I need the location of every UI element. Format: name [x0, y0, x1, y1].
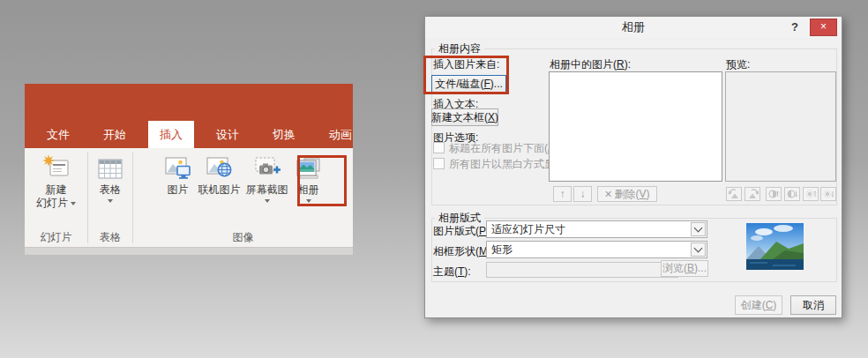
powerpoint-ribbon: 文件 开始 插入 设计 切换 动画: [25, 84, 353, 255]
rotate-left-icon: [729, 189, 740, 199]
rotate-right-icon: [747, 189, 759, 199]
create-button-label: 创建(: [741, 299, 766, 311]
screenshot-button[interactable]: 屏幕截图: [244, 153, 290, 206]
brightness-up-button[interactable]: [803, 187, 819, 201]
preview-box: [725, 71, 836, 182]
album-layout-group-label: 相册版式: [435, 213, 484, 224]
rotate-left-button[interactable]: [726, 187, 742, 201]
pictures-label: 图片: [168, 183, 189, 197]
brightness-down-button[interactable]: [820, 187, 836, 201]
chevron-down-icon: [694, 224, 703, 233]
dropdown-arrow-icon: [108, 199, 113, 203]
pictures-icon: [163, 153, 193, 183]
tab-design[interactable]: 设计: [205, 121, 251, 148]
ribbon-bottom-strip: [25, 248, 353, 255]
online-pictures-button[interactable]: 联机图片: [197, 153, 243, 198]
table-label: 表格: [100, 183, 121, 197]
ribbon-content: 新建 幻灯片 幻灯片: [25, 148, 353, 248]
contrast-up-icon: [768, 189, 780, 199]
screenshot-icon: [252, 153, 282, 183]
new-slide-icon: [41, 153, 71, 183]
new-slide-label-line1: 新建: [46, 183, 67, 197]
tab-insert[interactable]: 插入: [148, 121, 194, 148]
picture-layout-dropdown-button[interactable]: [691, 222, 706, 236]
tab-transitions[interactable]: 切换: [261, 121, 307, 148]
ribbon-group-tables: 表格 表格: [88, 148, 132, 247]
contrast-down-button[interactable]: [784, 187, 800, 201]
table-icon: [95, 153, 125, 183]
screenshot-label: 屏幕截图: [246, 183, 288, 197]
remove-x-icon: ×: [604, 189, 611, 199]
chevron-down-icon: [694, 244, 703, 253]
pictures-button[interactable]: 图片: [161, 153, 195, 198]
frame-shape-value: 矩形: [487, 242, 707, 257]
remove-button-label: 删除(: [615, 188, 640, 200]
picture-layout-label: 图片版式(P):: [433, 225, 492, 237]
theme-thumbnail: [746, 223, 804, 270]
album-content-group-label: 相册内容: [435, 43, 484, 55]
cancel-button[interactable]: 取消: [790, 295, 836, 315]
help-button[interactable]: ?: [787, 17, 803, 38]
move-down-button[interactable]: ↓: [573, 186, 592, 202]
ribbon-group-slides: 新建 幻灯片 幻灯片: [25, 148, 87, 247]
black-white-checkbox[interactable]: [433, 158, 445, 169]
dropdown-arrow-icon: [306, 199, 311, 203]
captions-checkbox[interactable]: [433, 142, 445, 153]
frame-shape-select[interactable]: 矩形: [486, 241, 707, 258]
tab-animations[interactable]: 动画: [318, 121, 363, 148]
close-icon: ×: [820, 20, 827, 33]
pictures-in-album-label: 相册中的图片(R):: [550, 58, 631, 71]
remove-button[interactable]: × 删除(V): [597, 186, 657, 202]
captions-checkbox-label: 标题在所有图片下面(A): [449, 142, 558, 154]
insert-from-label: 插入图片来自:: [433, 58, 499, 71]
picture-layout-select[interactable]: 适应幻灯片尺寸: [486, 220, 707, 238]
browse-button[interactable]: 浏览(B)...: [661, 260, 708, 277]
file-disk-button[interactable]: 文件/磁盘(F)...: [431, 75, 506, 93]
ribbon-tab-bar: 文件 开始 插入 设计 切换 动画: [25, 121, 353, 148]
cancel-button-label: 取消: [803, 298, 824, 313]
brightness-up-icon: [805, 189, 817, 199]
contrast-down-icon: [787, 189, 798, 199]
down-arrow-icon: ↓: [580, 188, 586, 200]
dialog-title: 相册: [622, 20, 645, 34]
online-pictures-icon: [205, 153, 235, 183]
dropdown-arrow-icon: [265, 199, 270, 203]
frame-shape-dropdown-button[interactable]: [691, 242, 706, 257]
create-button[interactable]: 创建(C): [735, 295, 782, 315]
group-label-images: 图像: [133, 230, 353, 247]
new-textbox-button-label: 新建文本框(: [431, 111, 488, 123]
new-slide-label-line2: 幻灯片: [36, 197, 68, 210]
file-disk-button-label: 文件/磁盘(: [435, 78, 483, 90]
tab-file[interactable]: 文件: [35, 121, 81, 148]
rotate-right-button[interactable]: [745, 187, 760, 201]
browse-button-label: 浏览(: [662, 262, 687, 274]
photo-album-icon: [294, 153, 324, 183]
theme-label: 主题(T):: [433, 265, 471, 278]
up-arrow-icon: ↑: [560, 188, 565, 200]
online-pictures-label: 联机图片: [198, 183, 241, 197]
brightness-down-icon: [823, 189, 834, 199]
ribbon-title-area: 文件 开始 插入 设计 切换 动画: [25, 84, 353, 148]
ribbon-group-images: 图片: [133, 148, 353, 247]
preview-label: 预览:: [726, 58, 750, 71]
move-up-button[interactable]: ↑: [553, 186, 572, 202]
pictures-listbox[interactable]: [549, 71, 722, 182]
desktop-background: 文件 开始 插入 设计 切换 动画: [0, 0, 868, 358]
table-button[interactable]: 表格: [94, 153, 127, 206]
group-label-slides: 幻灯片: [25, 230, 87, 247]
photo-album-dialog: 相册 ? × 相册内容 插入图片来自: 文件/磁盘(F)... 插入文本: 新建…: [424, 16, 842, 318]
tab-home[interactable]: 开始: [92, 121, 138, 148]
close-button[interactable]: ×: [810, 19, 837, 36]
contrast-up-button[interactable]: [766, 187, 782, 201]
frame-shape-label: 相框形状(M):: [433, 245, 494, 257]
dropdown-arrow-icon: [71, 202, 76, 205]
dialog-titlebar[interactable]: 相册 ? ×: [425, 17, 842, 38]
picture-layout-value: 适应幻灯片尺寸: [487, 221, 707, 237]
photo-album-button[interactable]: 相册: [292, 153, 326, 206]
new-textbox-button[interactable]: 新建文本框(X): [431, 108, 498, 126]
new-slide-button[interactable]: 新建 幻灯片: [34, 153, 78, 211]
photo-album-label: 相册: [298, 183, 319, 197]
group-label-tables: 表格: [88, 230, 132, 247]
theme-input[interactable]: [486, 262, 678, 278]
